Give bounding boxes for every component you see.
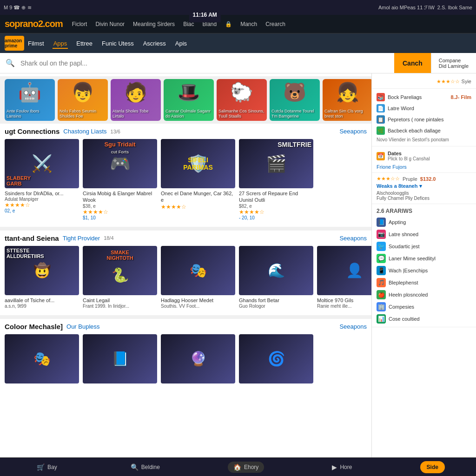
card-color-2[interactable]: 🔮 [161, 334, 235, 383]
panel-dates-item[interactable]: 📅 Dates Plick to 8l g Canshal [377, 149, 471, 163]
panel-item-3[interactable]: 🌿 Bacbeck ebach dallage [377, 125, 471, 136]
banner-item-4[interactable]: 🐑 Salimanhe Cos Sinouns, Tuull Staalls [217, 79, 267, 121]
bottom-nav-beldine-label: Beldine [141, 464, 160, 470]
search-right-info: Compane Did Lamingle [431, 53, 476, 73]
card-color-3[interactable]: 🌀 [239, 334, 313, 383]
amazon-prime-logo[interactable]: amazon prime [5, 36, 24, 51]
banner-item-2[interactable]: 🧑 Atanla Sholes Tobe Lirtalo [111, 79, 161, 121]
bottom-nav-ehory[interactable]: 🏠 Ehory [228, 462, 264, 473]
panel-app-icon-4: 📱 [377, 266, 386, 275]
card-overlay-title-3: SMILTFRIE [278, 141, 311, 148]
panel-text-0: Bock Pareliags [388, 94, 448, 100]
search-bottom-icon: 🔍 [131, 463, 139, 471]
panel-app-3[interactable]: 💬 Laner Mime seedlityl [377, 252, 471, 264]
card-provider-3[interactable]: 🌊 Ghands fort Betar Guo Rologor [239, 246, 313, 311]
banner-label-6: Caltran Sim Cls vorg brest ston [324, 109, 371, 119]
panel-icon-2: 📋 [377, 115, 385, 124]
card-meta-1: $38, e [83, 204, 157, 209]
secondary-nav-apis[interactable]: Apis [174, 38, 188, 49]
panel-frione-link[interactable]: Frione Fujors [377, 164, 471, 170]
panel-arrow-icon[interactable]: ▾ [397, 78, 400, 85]
banner-item-1[interactable]: 👦 Nolu Fabos Seumin Shuldes Foe [58, 79, 108, 121]
side-button[interactable]: Side [420, 461, 445, 473]
card-pthumb-1: SMAKENIGHTOTH 🐍 [83, 246, 157, 295]
section-connections-link[interactable]: Seeapons [339, 128, 367, 135]
top-nav-link-2[interactable]: Meanling Sirders [133, 21, 175, 27]
section-provider-link[interactable]: Seeapons [339, 235, 367, 242]
top-nav-link-0[interactable]: Ficlort [72, 21, 87, 27]
card-provider-1[interactable]: SMAKENIGHTOTH 🐍 Caint Legail Frant 1999.… [83, 246, 157, 311]
card-connections-3[interactable]: 🎬 SMILTFRIE 27 Scrers of Repaure End Uun… [239, 139, 313, 222]
card-color-1[interactable]: 📘 [83, 334, 157, 383]
panel-dates-icon: 📅 [377, 152, 385, 160]
panel-app-icon-2: 🐦 [377, 242, 386, 251]
top-nav-link-1[interactable]: Divin Nunor [95, 21, 125, 27]
search-right-line2: Did Lamingle [439, 63, 469, 69]
card-pinfo-4: Moltice 970 Gils Ranie meht ille... [317, 295, 371, 311]
card-color-0[interactable]: 🎭 [5, 334, 79, 383]
banner-item-6[interactable]: 👧 Caltran Sim Cls vorg brest ston [323, 79, 371, 121]
banner-emoji-3: 🎩 [177, 81, 200, 103]
card-cemoji-2: 🔮 [190, 350, 207, 367]
secondary-nav-ascriess[interactable]: Ascriess [142, 38, 167, 49]
card-meta-3: $82, e [239, 204, 313, 209]
panel-app-7[interactable]: 🏢 Compesies [377, 301, 471, 313]
card-connections-0[interactable]: ⚔️ SLABERYGARB Ssinders for DlrADlia, or… [5, 139, 79, 222]
card-provider-2[interactable]: 🎭 Hadlagg Hooser Medet Southis. VV Foot.… [161, 246, 235, 311]
search-right-line1: Compane [439, 58, 469, 63]
bottom-nav-beldine[interactable]: 🔍 Beldine [125, 462, 165, 473]
panel-app-1[interactable]: 📷 Latre shnoed [377, 228, 471, 240]
search-input[interactable] [20, 60, 394, 67]
secondary-nav-apps[interactable]: Apps [53, 38, 68, 49]
panel-app-2[interactable]: 🐦 Soudartic jest [377, 240, 471, 252]
card-emoji-1: 🎮 [110, 154, 131, 173]
card-cemoji-3: 🌀 [268, 350, 285, 367]
section-provider-header: ttant-and Seiena Tight Provider 18/4 See… [0, 231, 371, 244]
panel-fully-text: Fully Charnel Pliy Defices [377, 196, 471, 201]
panel-item-2[interactable]: 📋 Pepretors ( rone pintales [377, 114, 471, 125]
panel-app-0[interactable]: 📘 Appting [377, 216, 471, 228]
main-content: 🤖 Ante Foulov Ibors Lansino 👦 Nolu Fabos… [0, 73, 476, 457]
card-provider-4[interactable]: 👤 Moltice 970 Gils Ranie meht ille... [317, 246, 371, 311]
card-pmeta-3: Guo Rologor [239, 304, 313, 309]
panel-item-0[interactable]: 📚 Bock Pareliags 8.J- Film [377, 92, 471, 103]
card-price-1: $1, 10 [83, 215, 157, 220]
right-panel-header: hamo ▾ ★★★☆☆ Syie [372, 73, 476, 89]
secondary-nav-ettree[interactable]: Ettree [75, 38, 93, 49]
banner-item-3[interactable]: 🎩 Cannar Oulmale Saganr do Aasion [164, 79, 214, 121]
bottom-nav-hore[interactable]: ▶ Hore [326, 462, 357, 473]
panel-price-0: 8.J- Film [450, 94, 471, 100]
card-provider-0[interactable]: STTESTEALLDURETIIRS 🤠 aavillale of Tsich… [5, 246, 79, 311]
card-ptitle-4: Moltice 970 Gils [317, 297, 371, 304]
section-color-subtitle[interactable]: Our Bupless [66, 323, 100, 330]
section-provider-title: ttant-and Seiena [5, 234, 59, 242]
panel-alschoo-text: Alschooloogglis [377, 191, 471, 196]
panel-item-1[interactable]: 📄 Latre Wiord [377, 103, 471, 114]
panel-weaks-link[interactable]: Weaks a 8teaneh ▾ [377, 183, 471, 189]
section-color-link[interactable]: Seeapons [339, 323, 367, 330]
bottom-nav-bay-label: Bay [47, 464, 57, 470]
panel-app-5[interactable]: 🎵 Bleplephenst [377, 277, 471, 289]
card-info-1: Cirsia Mobig & Elanger Mabrel Wook $38, … [83, 188, 157, 222]
top-nav-link-6[interactable]: Crearch [265, 21, 285, 27]
panel-app-4[interactable]: 📱 Wach |Esenchips [377, 264, 471, 277]
section-provider-subtitle[interactable]: Tight Provider [63, 235, 100, 242]
panel-app-6[interactable]: 🍎 Heeln plosncoled [377, 289, 471, 301]
card-pinfo-2: Hadlagg Hooser Medet Southis. VV Foot... [161, 295, 235, 311]
top-nav-links: Ficlort Divin Nunor Meanling Sirders Bia… [72, 21, 285, 27]
card-pemoji-0: 🤠 [33, 262, 51, 278]
banner-item-0[interactable]: 🤖 Ante Foulov Ibors Lansino [5, 79, 55, 121]
banner-item-5[interactable]: 🐻 Cutcla Dotanme Tourel Tm Bamgerine [270, 79, 320, 121]
panel-text-2: Pepretors ( rone pintales [388, 117, 471, 122]
card-overlay-title-0: SLABERYGARB [7, 175, 31, 186]
card-connections-1[interactable]: 🎮 Sgu Tridaitcut Forts Cirsia Mobig & El… [83, 139, 157, 222]
top-nav-link-5[interactable]: Manch [240, 21, 257, 27]
panel-app-8[interactable]: 📊 Cose coultied [377, 313, 471, 325]
search-button[interactable]: Canch [394, 53, 431, 73]
secondary-nav-funic[interactable]: Funic Utess [101, 38, 135, 49]
site-logo[interactable]: soprano2.com [5, 19, 63, 29]
bottom-nav-bay[interactable]: 🛒 Bay [31, 462, 63, 473]
card-connections-2[interactable]: 🛡️ SIFELIPARIMAS Onec el Dane Munger, Ca… [161, 139, 235, 222]
secondary-nav-filmst[interactable]: Filmst [27, 38, 45, 49]
section-connections-subtitle[interactable]: Chastong Liasts [63, 128, 106, 135]
